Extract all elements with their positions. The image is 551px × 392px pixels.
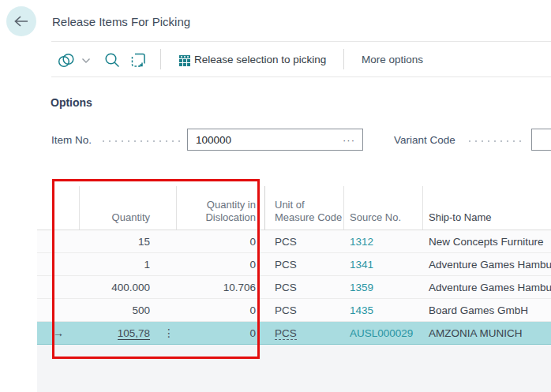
column-separator (79, 186, 80, 230)
column-separator (343, 186, 344, 230)
cell-quantity[interactable]: 400.000 (79, 282, 176, 293)
edit-list-button[interactable] (130, 52, 147, 69)
source-no-link[interactable]: AUSL000029 (350, 327, 413, 339)
release-to-picking-icon (178, 54, 191, 67)
item-no-value[interactable]: 100000 (188, 134, 343, 146)
cell-ship-to[interactable]: Board Games GmbH (422, 304, 551, 316)
item-no-field[interactable]: 100000 ··· (187, 129, 363, 151)
cell-ship-to[interactable]: AMZONIA MUNICH (422, 327, 551, 339)
cell-unit[interactable]: PCS (264, 236, 343, 248)
page-title: Release Items For Picking (52, 15, 190, 28)
selected-row-arrow-icon: → (37, 327, 79, 339)
cell-unit[interactable]: PCS (264, 304, 343, 316)
divider (51, 77, 551, 77)
table-row[interactable]: 400.000 10.706 PCS 1359 Adventure Games … (37, 276, 551, 299)
toolbar-separator (343, 49, 344, 69)
table-row[interactable]: 15 0 PCS 1312 New Concepts Furniture (37, 230, 551, 253)
table-header-row: Quantity Quantity in Dislocation Unit of… (37, 180, 551, 230)
more-options-button[interactable]: More options (362, 54, 423, 65)
arrow-left-icon (13, 13, 30, 30)
table-row[interactable]: 1 0 PCS 1341 Adventure Games Hamburg (37, 253, 551, 276)
release-selection-button[interactable]: Release selection to picking (194, 54, 326, 65)
grid-empty-area (37, 345, 551, 392)
edit-list-icon (130, 52, 147, 69)
cell-ship-to[interactable]: Adventure Games Hamburg (422, 282, 551, 293)
header-unit-of-measure[interactable]: Unit of Measure Code (264, 199, 343, 230)
views-icon (57, 52, 79, 69)
toolbar-separator (160, 49, 161, 69)
cell-dislocation[interactable]: 0 (176, 236, 264, 248)
header-source-no[interactable]: Source No. (343, 211, 422, 230)
search-button[interactable] (103, 51, 121, 69)
cell-unit[interactable]: PCS (275, 327, 297, 340)
cell-quantity[interactable]: 500 (79, 304, 176, 316)
cell-quantity-editing[interactable]: 105,78 (118, 327, 150, 340)
item-no-label: Item No. (51, 134, 92, 146)
items-table: Quantity Quantity in Dislocation Unit of… (37, 180, 551, 392)
cell-quantity[interactable]: 15 (79, 236, 176, 248)
options-section-title: Options (51, 96, 92, 109)
cell-unit[interactable]: PCS (264, 259, 343, 271)
variant-code-field[interactable] (531, 129, 551, 151)
source-no-link[interactable]: 1312 (350, 236, 373, 248)
cell-context-menu-icon[interactable]: ⋮ (163, 325, 174, 341)
cell-dislocation[interactable]: 0 (176, 259, 264, 271)
dotted-leader (100, 140, 182, 142)
header-ship-to-name[interactable]: Ship-to Name (422, 211, 551, 230)
table-row-selected[interactable]: → 105,78 ⋮ 0 PCS AUSL000029 AMZONIA MUNI… (37, 322, 551, 345)
column-separator (176, 186, 177, 230)
search-icon (103, 51, 121, 69)
header-quantity-in-dislocation[interactable]: Quantity in Dislocation (176, 199, 264, 230)
column-separator (264, 186, 265, 230)
divider (51, 41, 551, 42)
chevron-down-icon (81, 58, 91, 64)
back-button[interactable] (6, 6, 36, 36)
source-no-link[interactable]: 1341 (350, 259, 373, 271)
header-indicator (37, 224, 79, 230)
cell-dislocation[interactable]: 0 (176, 304, 264, 316)
table-row[interactable]: 500 0 PCS 1435 Board Games GmbH (37, 299, 551, 322)
dotted-leader (467, 140, 524, 142)
source-no-link[interactable]: 1435 (350, 304, 373, 316)
source-no-link[interactable]: 1359 (350, 282, 373, 293)
cell-ship-to[interactable]: Adventure Games Hamburg (422, 259, 551, 271)
assist-edit-button[interactable]: ··· (343, 134, 362, 146)
cell-dislocation[interactable]: 0 (176, 327, 264, 339)
views-button[interactable] (57, 52, 91, 69)
header-quantity[interactable]: Quantity (79, 211, 176, 230)
cell-unit[interactable]: PCS (264, 282, 343, 293)
column-separator (422, 186, 423, 230)
cell-quantity[interactable]: 1 (79, 259, 176, 271)
cell-dislocation[interactable]: 10.706 (176, 282, 264, 293)
variant-code-label: Variant Code (394, 134, 455, 146)
cell-ship-to[interactable]: New Concepts Furniture (422, 236, 551, 248)
